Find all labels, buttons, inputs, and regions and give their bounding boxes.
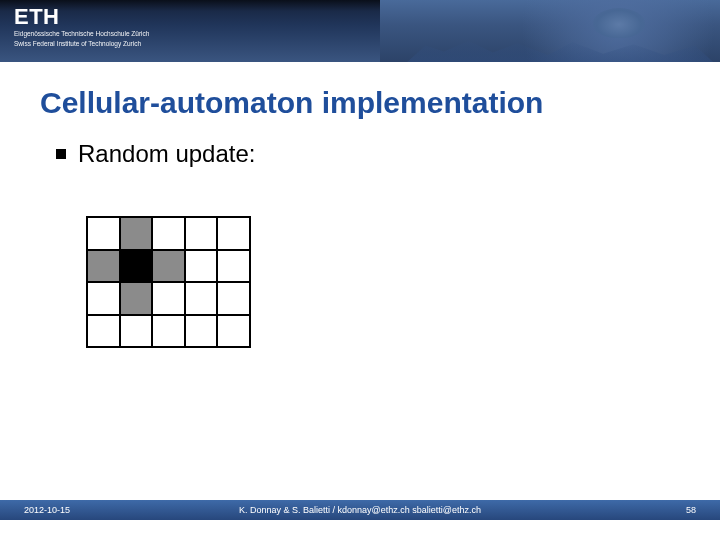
footer-bar: 2012-10-15 K. Donnay & S. Balietti / kdo… bbox=[0, 500, 720, 520]
grid-cell bbox=[87, 282, 120, 315]
eth-block: ETH Eidgenössische Technische Hochschule… bbox=[14, 6, 149, 48]
footer-page-number: 58 bbox=[686, 505, 696, 515]
grid-cell bbox=[217, 217, 250, 250]
grid-cell bbox=[152, 282, 185, 315]
footer-date: 2012-10-15 bbox=[24, 505, 70, 515]
grid-cell bbox=[152, 250, 185, 283]
banner-photo bbox=[380, 0, 720, 62]
grid-cell bbox=[185, 250, 218, 283]
grid-cell bbox=[217, 250, 250, 283]
eth-sub-line-1: Eidgenössische Technische Hochschule Zür… bbox=[14, 30, 149, 38]
banner: ETH Eidgenössische Technische Hochschule… bbox=[0, 0, 720, 62]
grid-cell bbox=[217, 315, 250, 348]
grid-cell bbox=[87, 250, 120, 283]
bullet-text: Random update: bbox=[78, 140, 255, 168]
grid-cell bbox=[185, 282, 218, 315]
grid-cell bbox=[152, 315, 185, 348]
grid-cell bbox=[120, 217, 153, 250]
grid-cell bbox=[185, 217, 218, 250]
bullet-marker bbox=[56, 149, 66, 159]
automaton-grid bbox=[86, 216, 251, 348]
grid-cell bbox=[217, 282, 250, 315]
eth-sub-line-2: Swiss Federal Institute of Technology Zu… bbox=[14, 40, 149, 48]
slide: ETH Eidgenössische Technische Hochschule… bbox=[0, 0, 720, 540]
grid-cell bbox=[152, 217, 185, 250]
grid-cell bbox=[120, 250, 153, 283]
grid-cell bbox=[87, 217, 120, 250]
bullet-row: Random update: bbox=[56, 140, 255, 168]
grid-cell bbox=[120, 315, 153, 348]
eth-logo: ETH bbox=[14, 6, 149, 28]
grid-cell bbox=[87, 315, 120, 348]
slide-title: Cellular-automaton implementation bbox=[40, 86, 543, 120]
grid-cell bbox=[120, 282, 153, 315]
footer-authors: K. Donnay & S. Balietti / kdonnay@ethz.c… bbox=[239, 505, 481, 515]
grid-cell bbox=[185, 315, 218, 348]
